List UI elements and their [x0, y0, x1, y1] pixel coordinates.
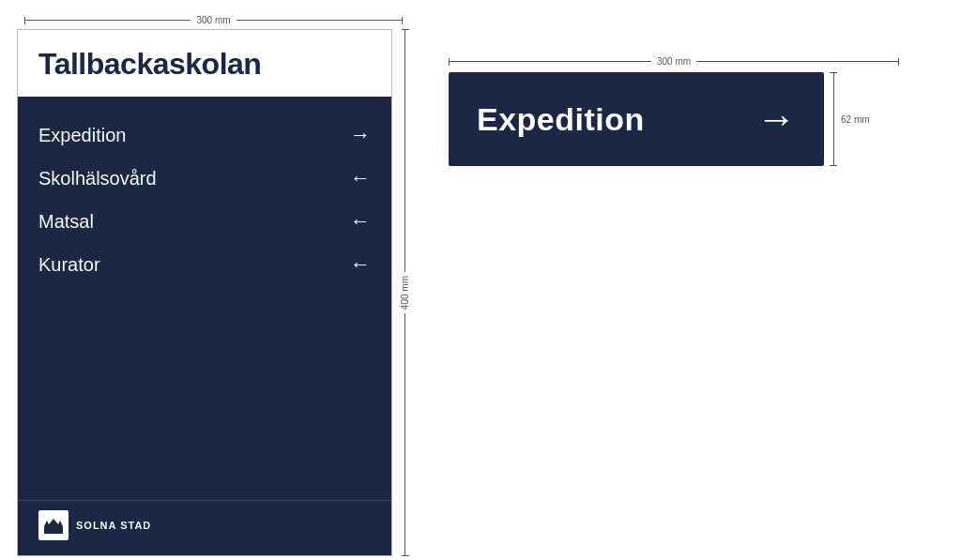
left-sign-card: Tallbackaskolan Expedition → Skolhälsovå… [17, 29, 392, 556]
v-bot-tick [402, 555, 409, 556]
svg-marker-1 [44, 519, 63, 526]
sign-body: Expedition → Skolhälsovård ← Matsal ← Ku… [18, 97, 391, 500]
left-sign-section: 300 mm Tallbackaskolan Expedition → [17, 15, 410, 556]
right-dim-line-l [450, 61, 651, 62]
sign-row-arrow-4: ← [350, 252, 371, 277]
left-v-dim-label: 400 mm [400, 276, 410, 310]
right-side-label: 62 mm [841, 114, 870, 125]
right-sign-arrow: → [756, 97, 796, 142]
left-vertical-dimension: 400 mm [400, 29, 410, 556]
sign-row-arrow-3: ← [350, 209, 371, 234]
left-sign-wrapper: Tallbackaskolan Expedition → Skolhälsovå… [17, 29, 410, 556]
v-line-bot [404, 313, 405, 555]
left-dim-line [25, 20, 191, 21]
sign-row-text-3: Matsal [38, 211, 94, 233]
right-side-dimension: 62 mm [830, 72, 870, 166]
sign-row-2: Skolhälsovård ← [38, 157, 371, 200]
solna-label: SOLNA STAD [76, 520, 151, 531]
left-top-dimension: 300 mm [17, 15, 410, 25]
left-dim-line-r [236, 20, 402, 21]
right-sign-text: Expedition [477, 101, 645, 138]
right-sign-row: Expedition → 62 mm [449, 72, 899, 166]
svg-rect-2 [44, 532, 63, 534]
sign-title: Tallbackaskolan [38, 47, 261, 81]
right-v-line-top [833, 73, 834, 165]
sign-row-1: Expedition → [38, 114, 371, 157]
v-line-top [404, 30, 405, 272]
right-dim-right-tick [898, 58, 899, 66]
solna-logo-svg [41, 513, 66, 537]
right-sign-card: Expedition → [449, 72, 824, 166]
sign-row-arrow-2: ← [350, 166, 371, 190]
sign-row-3: Matsal ← [38, 200, 371, 243]
right-sign-section: 300 mm Expedition → 62 mm [449, 56, 899, 166]
right-top-dimension: 300 mm [449, 56, 899, 67]
sign-row-text-2: Skolhälsovård [38, 168, 157, 189]
sign-row-text-1: Expedition [38, 125, 126, 146]
sign-row-4: Kurator ← [38, 243, 371, 286]
left-dim-label: 300 mm [196, 15, 230, 25]
sign-footer: SOLNA STAD [18, 500, 391, 555]
right-v-dim-bar [830, 72, 837, 166]
right-tick [402, 17, 403, 24]
right-dim-line-r [696, 61, 898, 62]
sign-row-text-4: Kurator [38, 254, 100, 276]
sign-row-arrow-1: → [350, 123, 371, 147]
sign-header: Tallbackaskolan [18, 30, 391, 97]
right-v-bot-tick [830, 165, 837, 166]
right-dim-label: 300 mm [657, 56, 691, 67]
solna-logo [38, 510, 69, 540]
page: 300 mm Tallbackaskolan Expedition → [0, 0, 961, 560]
